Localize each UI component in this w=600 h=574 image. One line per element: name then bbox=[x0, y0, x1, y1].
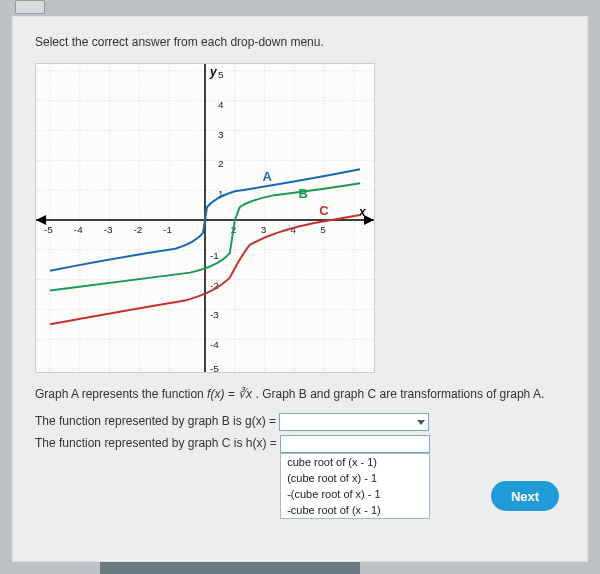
svg-text:C: C bbox=[319, 203, 328, 218]
svg-text:5: 5 bbox=[218, 69, 224, 80]
bottom-bar bbox=[100, 562, 360, 574]
dropdown-option[interactable]: cube root of (x - 1) bbox=[281, 454, 429, 470]
svg-text:-4: -4 bbox=[74, 224, 83, 235]
graph-svg: y x 543 21 -1-2-3 -4-5 2345 -5-4-3 -2-1 … bbox=[36, 64, 374, 372]
svg-text:-3: -3 bbox=[104, 224, 113, 235]
gx-dropdown[interactable] bbox=[279, 413, 429, 431]
fx-expression: f(x) = ∛x bbox=[207, 387, 252, 401]
svg-text:B: B bbox=[298, 186, 307, 201]
hx-dropdown-wrap: cube root of (x - 1) (cube root of x) - … bbox=[280, 435, 430, 453]
svg-text:A: A bbox=[263, 169, 272, 184]
dropdown-option[interactable]: -(cube root of x) - 1 bbox=[281, 486, 429, 502]
question-tab bbox=[15, 0, 45, 14]
hx-dropdown-list: cube root of (x - 1) (cube root of x) - … bbox=[280, 453, 430, 519]
row-gx: The function represented by graph B is g… bbox=[35, 413, 565, 431]
desc-prefix: Graph A represents the function bbox=[35, 387, 207, 401]
svg-text:2: 2 bbox=[218, 158, 224, 169]
instruction-text: Select the correct answer from each drop… bbox=[35, 35, 565, 49]
dropdown-option[interactable]: (cube root of x) - 1 bbox=[281, 470, 429, 486]
svg-text:3: 3 bbox=[218, 129, 224, 140]
row-hx: The function represented by graph C is h… bbox=[35, 435, 565, 453]
svg-text:-5: -5 bbox=[210, 363, 219, 372]
question-panel: Select the correct answer from each drop… bbox=[12, 16, 588, 562]
svg-text:-2: -2 bbox=[133, 224, 142, 235]
desc-suffix: . Graph B and graph C are transformation… bbox=[255, 387, 544, 401]
svg-text:-1: -1 bbox=[210, 250, 219, 261]
dropdown-option[interactable]: -cube root of (x - 1) bbox=[281, 502, 429, 518]
graph-description: Graph A represents the function f(x) = ∛… bbox=[35, 387, 565, 401]
svg-text:-5: -5 bbox=[44, 224, 53, 235]
svg-text:-1: -1 bbox=[163, 224, 172, 235]
svg-text:-3: -3 bbox=[210, 309, 219, 320]
hx-dropdown[interactable] bbox=[280, 435, 430, 453]
next-button[interactable]: Next bbox=[491, 481, 559, 511]
svg-text:-4: -4 bbox=[210, 339, 219, 350]
svg-text:3: 3 bbox=[261, 224, 267, 235]
coordinate-graph: y x 543 21 -1-2-3 -4-5 2345 -5-4-3 -2-1 … bbox=[35, 63, 375, 373]
hx-label: The function represented by graph C is h… bbox=[35, 436, 280, 450]
svg-text:5: 5 bbox=[320, 224, 326, 235]
svg-text:y: y bbox=[209, 65, 218, 79]
svg-text:4: 4 bbox=[218, 99, 224, 110]
gx-label: The function represented by graph B is g… bbox=[35, 414, 279, 428]
